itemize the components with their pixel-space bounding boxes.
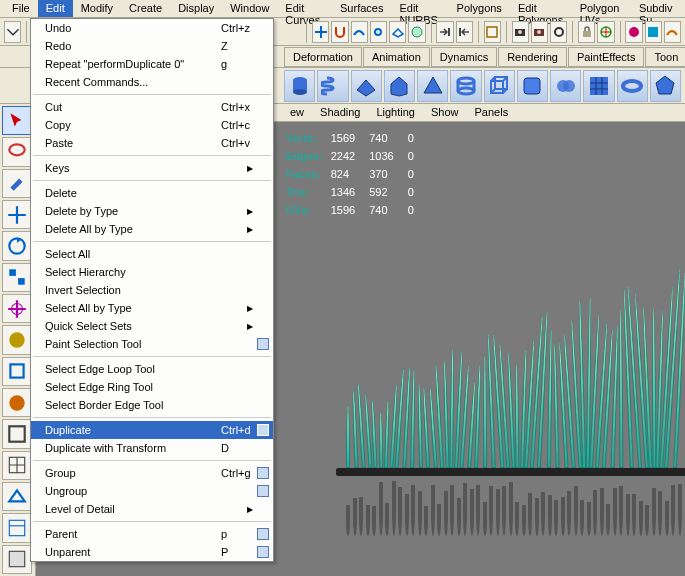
edit-menu-copy[interactable]: CopyCtrl+c [31, 116, 273, 134]
last-tool-icon[interactable] [2, 388, 32, 417]
edit-menu-duplicate[interactable]: DuplicateCtrl+d [31, 421, 273, 439]
render-settings-icon[interactable] [550, 21, 567, 43]
tab-toon[interactable]: Toon [645, 47, 685, 67]
render-icon[interactable] [512, 21, 529, 43]
ipr-render-icon[interactable] [531, 21, 548, 43]
view-outliner-icon[interactable] [2, 513, 32, 542]
menu-editcurves[interactable]: Edit Curves [277, 0, 332, 17]
history-out-icon[interactable] [456, 21, 473, 43]
snap-point-icon[interactable] [370, 21, 387, 43]
soft-mod-tool-icon[interactable] [2, 325, 32, 354]
shelf-platonic-icon[interactable] [650, 70, 681, 102]
show-manip-icon[interactable] [597, 21, 614, 43]
edit-menu-redo[interactable]: RedoZ [31, 37, 273, 55]
scale-tool-icon[interactable] [2, 263, 32, 292]
shelf-plane-icon[interactable] [351, 70, 382, 102]
edit-menu-select-border-edge-tool[interactable]: Select Border Edge Tool [31, 396, 273, 414]
rotate-tool-icon[interactable] [2, 231, 32, 260]
shelf-pyramid-icon[interactable] [417, 70, 448, 102]
shelf-cube-wire-icon[interactable] [484, 70, 515, 102]
vp-menu-lighting[interactable]: Lighting [368, 104, 423, 121]
hypershade-icon[interactable] [625, 21, 642, 43]
snap-curve-icon[interactable] [351, 21, 368, 43]
dropdown-button[interactable] [4, 21, 21, 43]
menu-polygons[interactable]: Polygons [449, 0, 510, 17]
tab-animation[interactable]: Animation [363, 47, 430, 67]
edit-menu-select-edge-loop-tool[interactable]: Select Edge Loop Tool [31, 360, 273, 378]
menu-display[interactable]: Display [170, 0, 222, 17]
shelf-cylinder-icon[interactable] [284, 70, 315, 102]
shelf-helix-icon[interactable] [317, 70, 348, 102]
edit-menu-paste[interactable]: PasteCtrl+v [31, 134, 273, 152]
snap-plane-icon[interactable] [389, 21, 406, 43]
menu-subdiv[interactable]: Subdiv Su [631, 0, 681, 17]
construction-history-icon[interactable] [484, 21, 501, 43]
menu-surfaces[interactable]: Surfaces [332, 0, 391, 17]
option-box-icon[interactable] [257, 467, 269, 479]
option-box-icon[interactable] [257, 528, 269, 540]
universal-manip-icon[interactable] [2, 294, 32, 323]
option-box-icon[interactable] [257, 424, 269, 436]
edit-menu-delete-by-type[interactable]: Delete by Type▶ [31, 202, 273, 220]
magnet-icon[interactable] [331, 21, 348, 43]
show-manip-tool-icon[interactable] [2, 357, 32, 386]
shelf-booleans-icon[interactable] [550, 70, 581, 102]
view-script-icon[interactable] [2, 545, 32, 574]
lock-icon[interactable] [578, 21, 595, 43]
tab-deformation[interactable]: Deformation [284, 47, 362, 67]
menu-file[interactable]: File [4, 0, 38, 17]
tab-dynamics[interactable]: Dynamics [431, 47, 497, 67]
edit-menu-repeat-performduplicate-0[interactable]: Repeat "performDuplicate 0"g [31, 55, 273, 73]
edit-menu-keys[interactable]: Keys▶ [31, 159, 273, 177]
shelf-softbox-icon[interactable] [517, 70, 548, 102]
shelf-prism-icon[interactable] [384, 70, 415, 102]
shelf-pipe-icon[interactable] [450, 70, 481, 102]
view-persp-icon[interactable] [2, 482, 32, 511]
edit-menu-select-edge-ring-tool[interactable]: Select Edge Ring Tool [31, 378, 273, 396]
view-four-icon[interactable] [2, 451, 32, 480]
option-box-icon[interactable] [257, 546, 269, 558]
snap-move-icon[interactable] [312, 21, 329, 43]
edit-menu-quick-select-sets[interactable]: Quick Select Sets▶ [31, 317, 273, 335]
vp-menu-shading[interactable]: Shading [312, 104, 368, 121]
view-single-icon[interactable] [2, 419, 32, 448]
shelf-mesh-smooth-icon[interactable] [583, 70, 614, 102]
menu-edit[interactable]: Edit [38, 0, 73, 17]
menu-editnurbs[interactable]: Edit NURBS [391, 0, 448, 17]
lasso-tool-icon[interactable] [2, 137, 32, 166]
vp-menu-show[interactable]: Show [423, 104, 467, 121]
option-box-icon[interactable] [257, 485, 269, 497]
vp-menu-panels[interactable]: Panels [467, 104, 517, 121]
edit-menu-delete-all-by-type[interactable]: Delete All by Type▶ [31, 220, 273, 238]
history-in-icon[interactable] [436, 21, 453, 43]
menu-create[interactable]: Create [121, 0, 170, 17]
edit-menu-ungroup[interactable]: Ungroup [31, 482, 273, 500]
edit-menu-delete[interactable]: Delete [31, 184, 273, 202]
menu-editpolygons[interactable]: Edit Polygons [510, 0, 572, 17]
edit-menu-unparent[interactable]: UnparentP [31, 543, 273, 561]
select-tool-icon[interactable] [2, 106, 32, 135]
menu-modify[interactable]: Modify [73, 0, 121, 17]
edit-menu-group[interactable]: GroupCtrl+g [31, 464, 273, 482]
graph-icon[interactable] [664, 21, 681, 43]
edit-menu-recent-commands[interactable]: Recent Commands... [31, 73, 273, 91]
move-tool-icon[interactable] [2, 200, 32, 229]
edit-menu-parent[interactable]: Parentp [31, 525, 273, 543]
outliner-icon[interactable] [645, 21, 662, 43]
edit-menu-select-hierarchy[interactable]: Select Hierarchy [31, 263, 273, 281]
option-box-icon[interactable] [257, 338, 269, 350]
vp-menu-view[interactable]: ew [282, 104, 312, 121]
edit-menu-undo[interactable]: UndoCtrl+z [31, 19, 273, 37]
paint-select-tool-icon[interactable] [2, 169, 32, 198]
menu-polyuvs[interactable]: Polygon UVs [572, 0, 631, 17]
edit-menu-level-of-detail[interactable]: Level of Detail▶ [31, 500, 273, 518]
tab-painteffects[interactable]: PaintEffects [568, 47, 645, 67]
snap-live-icon[interactable] [408, 21, 425, 43]
edit-menu-select-all-by-type[interactable]: Select All by Type▶ [31, 299, 273, 317]
tab-rendering[interactable]: Rendering [498, 47, 567, 67]
edit-menu-invert-selection[interactable]: Invert Selection [31, 281, 273, 299]
menu-window[interactable]: Window [222, 0, 277, 17]
edit-menu-select-all[interactable]: Select All [31, 245, 273, 263]
edit-menu-cut[interactable]: CutCtrl+x [31, 98, 273, 116]
shelf-torus-icon[interactable] [617, 70, 648, 102]
